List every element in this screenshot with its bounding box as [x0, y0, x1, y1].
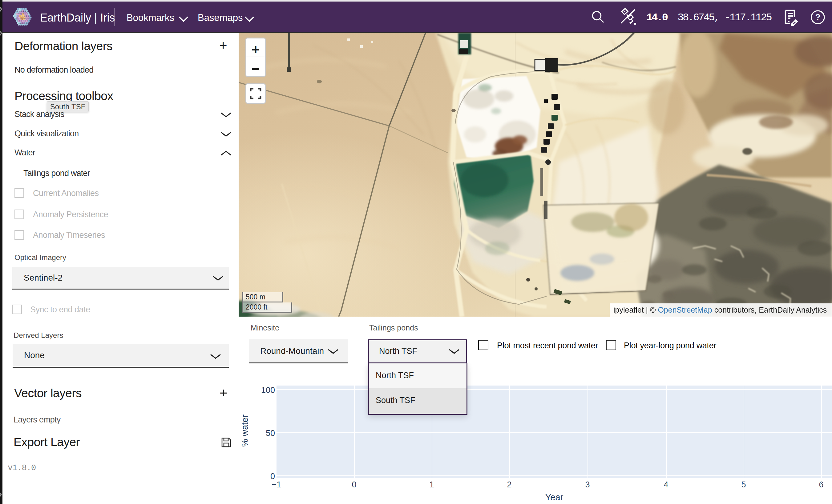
svg-text:?: ?: [815, 12, 820, 22]
